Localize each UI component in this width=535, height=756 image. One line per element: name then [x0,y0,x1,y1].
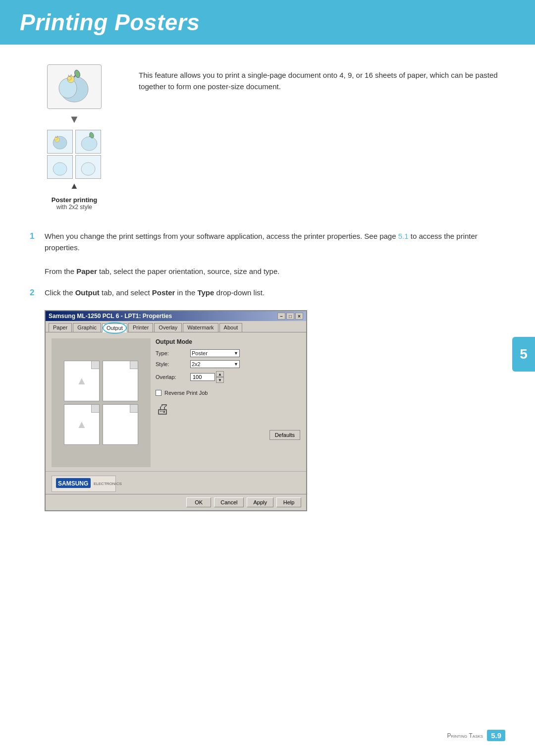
overlap-label: Overlap: [156,374,190,380]
apply-button[interactable]: Apply [247,497,273,507]
poster-grid: ▼ [47,64,102,193]
type-select-value: Poster [192,350,208,356]
intro-text: This feature allows you to print a singl… [139,64,505,211]
cancel-button[interactable]: Cancel [214,497,244,507]
step-1-content: When you change the print settings from … [45,230,505,254]
dialog-titlebar: Samsung ML-1250 PCL 6 - LPT1: Properties… [46,311,306,321]
defaults-button[interactable]: Defaults [269,430,300,440]
step-1: 1 When you change the print settings fro… [30,230,505,254]
page-corner-1 [91,361,99,369]
printer-icon: 🖨 [156,401,169,417]
preview-page-a-1: ▲ [76,375,87,387]
poster-bold: Poster [152,288,175,297]
page-corner-4 [130,405,138,413]
tab-printer[interactable]: Printer [128,323,153,332]
footer-page-badge: 5.9 [487,730,505,741]
dialog-settings: Output Mode Type: Poster ▼ Style: [156,338,300,467]
preview-page-4 [103,404,138,445]
maximize-button[interactable]: □ [286,313,294,320]
preview-page-a-2: ▲ [76,418,87,431]
step-1-number: 1 [30,230,45,241]
intro-paragraph: This feature allows you to print a singl… [139,69,505,93]
reverse-checkbox[interactable] [156,390,161,396]
triangle-marker-icon: ▲ [70,181,79,191]
preview-page-2 [103,361,138,401]
close-button[interactable]: × [295,313,303,320]
type-select[interactable]: Poster ▼ [190,349,240,357]
ok-button[interactable]: OK [186,497,211,507]
caption-bold-text: Poster printing [52,196,97,204]
reverse-label: Reverse Print Job [164,390,208,396]
arrow-down-icon: ▼ [69,113,80,126]
dialog-titlebar-buttons: – □ × [277,313,303,320]
apple-single-svg [52,68,97,106]
overlap-input[interactable] [190,373,215,381]
dialog-footer-logo: SAMSUNG ELECTRONICS [46,471,306,494]
dialog-box: Samsung ML-1250 PCL 6 - LPT1: Properties… [45,310,307,511]
dialog-preview: ▲ ▲ [52,338,151,467]
style-row: Style: 2x2 ▼ [156,360,300,368]
grid-cell-3 [47,155,73,179]
step-1-link[interactable]: 5.1 [398,232,409,240]
svg-point-14 [53,162,67,175]
dialog-area: Samsung ML-1250 PCL 6 - LPT1: Properties… [45,310,505,511]
printer-icon-area: 🖨 [156,401,300,417]
preview-page-1: ▲ [64,361,100,401]
step-2: 2 Click the Output tab, and select Poste… [30,287,505,298]
style-select-arrow-icon: ▼ [234,362,238,367]
tab-paper[interactable]: Paper [49,323,72,332]
dialog-body: ▲ ▲ [46,332,306,471]
caption-sub-text: with 2x2 style [52,204,97,211]
main-content: ▼ [0,45,535,531]
step-2-number: 2 [30,287,45,298]
samsung-sub-text: ELECTRONICS [94,482,122,486]
style-label: Style: [156,361,190,367]
header-banner: Printing Posters [0,0,535,45]
tab-watermark[interactable]: Watermark [183,323,218,332]
tab-graphic[interactable]: Graphic [73,323,101,332]
help-button[interactable]: Help [276,497,301,507]
poster-caption: Poster printing with 2x2 style [52,196,97,211]
output-bold: Output [75,288,100,297]
dialog-tabs: Paper Graphic Output Printer Overlay Wat… [46,321,306,332]
reverse-checkbox-row: Reverse Print Job [156,390,300,396]
step-1-text: When you change the print settings from … [45,232,398,240]
samsung-logo-area: SAMSUNG ELECTRONICS [52,476,116,492]
page-footer: Printing Tasks 5.9 [447,730,505,741]
grid-cell-4 [75,155,101,179]
svg-text:SAMSUNG: SAMSUNG [58,480,88,487]
type-select-arrow-icon: ▼ [234,351,238,356]
paper-bold: Paper [76,267,97,275]
svg-point-12 [81,137,97,151]
dialog-title: Samsung ML-1250 PCL 6 - LPT1: Properties [49,313,172,320]
tab-overlay[interactable]: Overlay [154,323,182,332]
top-section: ▼ [30,64,505,211]
grid-cell-2 [75,130,101,154]
page-title: Printing Posters [20,9,515,36]
tab-output[interactable]: Output [102,324,127,332]
page-corner-3 [91,405,99,413]
chapter-tab: 5 [512,337,535,372]
poster-preview-grid: ▲ ▲ [59,356,143,450]
steps-section: 1 When you change the print settings fro… [30,230,505,511]
grid-cell-1 [47,130,73,154]
overlap-spin-down[interactable]: ▼ [216,377,224,383]
poster-four-grid [47,130,102,179]
minimize-button[interactable]: – [277,313,285,320]
samsung-logo-text: SAMSUNG [56,478,91,489]
chapter-number: 5 [520,346,528,362]
single-image [47,64,102,109]
output-mode-label: Output Mode [156,338,300,345]
type-bold: Type [197,288,214,297]
style-select[interactable]: 2x2 ▼ [190,360,240,368]
style-select-value: 2x2 [192,361,201,367]
dialog-bottom-buttons: OK Cancel Apply Help [46,494,306,510]
page-corner-2 [130,361,138,369]
step-1-sub: From the Paper tab, select the paper ori… [45,266,505,277]
footer-label: Printing Tasks [447,732,483,739]
tab-about[interactable]: About [219,323,243,332]
type-label: Type: [156,350,190,356]
illustration-area: ▼ [30,64,119,211]
overlap-spin-up[interactable]: ▲ [216,371,224,377]
overlap-row: Overlap: ▲ ▼ [156,371,300,383]
